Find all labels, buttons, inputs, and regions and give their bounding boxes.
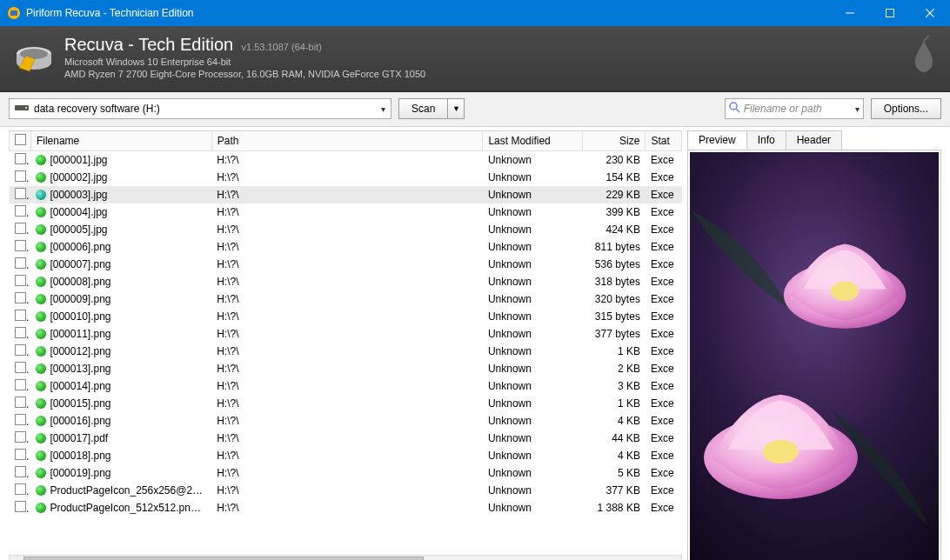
file-path: H:\?\ — [211, 290, 483, 308]
table-row[interactable]: [000012].pngH:\?\Unknown1 KBExce — [10, 343, 682, 360]
file-size: 230 KB — [582, 150, 646, 169]
file-name: [000002].jpg — [50, 171, 107, 183]
table-row[interactable]: [000001].jpgH:\?\Unknown230 KBExce — [10, 150, 682, 169]
file-modified: Unknown — [483, 360, 582, 377]
file-modified: Unknown — [483, 482, 582, 499]
file-state: Exce — [646, 395, 682, 412]
table-row[interactable]: [000006].pngH:\?\Unknown811 bytesExce — [10, 238, 682, 256]
file-modified: Unknown — [483, 377, 582, 395]
file-name: [000018].png — [50, 450, 110, 462]
status-dot-icon — [36, 450, 46, 461]
horizontal-scrollbar[interactable]: ◂ ▸ — [9, 555, 682, 560]
file-name: [000009].png — [50, 293, 110, 305]
row-checkbox[interactable] — [15, 501, 26, 512]
svg-rect-12 — [690, 152, 939, 560]
search-input[interactable]: Filename or path ▾ — [725, 98, 864, 119]
table-row[interactable]: [000003].jpgH:\?\Unknown229 KBExce — [10, 186, 682, 203]
table-row[interactable]: [000014].pngH:\?\Unknown3 KBExce — [10, 377, 682, 395]
column-state[interactable]: Stat — [646, 130, 682, 150]
status-dot-icon — [36, 207, 46, 217]
column-filename[interactable]: Filename — [30, 130, 211, 150]
row-checkbox[interactable] — [15, 205, 26, 217]
row-checkbox[interactable] — [15, 310, 26, 321]
scroll-thumb[interactable] — [23, 557, 424, 560]
options-button[interactable]: Options... — [871, 98, 941, 119]
minimize-button[interactable] — [830, 0, 870, 26]
table-row[interactable]: ProductPageIcon_512x512.png.tifH:\?\Unkn… — [10, 499, 682, 517]
file-table: Filename Path Last Modified Size Stat [0… — [9, 130, 682, 517]
table-row[interactable]: [000015].pngH:\?\Unknown1 KBExce — [10, 395, 682, 412]
column-path[interactable]: Path — [211, 130, 483, 150]
row-checkbox[interactable] — [15, 240, 26, 251]
window-title: Piriform Recuva - Technician Edition — [26, 7, 830, 19]
file-name: [000010].png — [50, 310, 110, 323]
drive-select[interactable]: data recovery software (H:) ▾ — [9, 98, 391, 119]
status-dot-icon — [36, 416, 46, 426]
table-row[interactable]: [000013].pngH:\?\Unknown2 KBExce — [10, 360, 682, 377]
row-checkbox[interactable] — [15, 414, 26, 425]
table-row[interactable]: [000005].jpgH:\?\Unknown424 KBExce — [10, 221, 682, 238]
row-checkbox[interactable] — [15, 431, 26, 443]
column-size[interactable]: Size — [582, 130, 646, 150]
maximize-button[interactable] — [870, 0, 910, 26]
row-checkbox[interactable] — [15, 292, 26, 303]
scroll-right-arrow[interactable]: ▸ — [667, 557, 681, 560]
row-checkbox[interactable] — [15, 362, 26, 373]
table-row[interactable]: [000010].pngH:\?\Unknown315 bytesExce — [10, 308, 682, 325]
table-row[interactable]: [000011].pngH:\?\Unknown377 bytesExce — [10, 325, 682, 343]
file-name: [000004].jpg — [50, 206, 107, 218]
table-row[interactable]: [000019].pngH:\?\Unknown5 KBExce — [10, 464, 682, 482]
table-row[interactable]: [000009].pngH:\?\Unknown320 bytesExce — [10, 290, 682, 308]
row-checkbox[interactable] — [15, 449, 26, 460]
status-dot-icon — [36, 294, 46, 304]
close-button[interactable] — [910, 0, 950, 26]
file-name: [000014].png — [50, 380, 110, 392]
row-checkbox[interactable] — [15, 153, 26, 164]
app-header: Recuva - Tech Edition v1.53.1087 (64-bit… — [0, 26, 950, 92]
file-size: 399 KB — [582, 203, 646, 221]
row-checkbox[interactable] — [15, 327, 26, 338]
row-checkbox[interactable] — [15, 170, 26, 182]
file-modified: Unknown — [483, 464, 582, 482]
row-checkbox[interactable] — [15, 466, 26, 477]
row-checkbox[interactable] — [15, 223, 26, 234]
row-checkbox[interactable] — [15, 188, 26, 199]
file-path: H:\?\ — [211, 203, 483, 221]
row-checkbox[interactable] — [15, 257, 26, 269]
scan-button[interactable]: Scan — [399, 99, 448, 118]
svg-line-11 — [736, 109, 739, 112]
file-size: 536 bytes — [582, 256, 646, 273]
table-row[interactable]: [000017].pdfH:\?\Unknown44 KBExce — [10, 430, 682, 447]
file-state: Exce — [646, 256, 682, 273]
status-dot-icon — [36, 259, 46, 270]
header-checkbox[interactable] — [10, 130, 31, 150]
row-checkbox[interactable] — [15, 483, 26, 495]
file-state: Exce — [646, 412, 682, 430]
row-checkbox[interactable] — [15, 275, 26, 286]
file-state: Exce — [646, 499, 682, 517]
file-modified: Unknown — [483, 447, 582, 464]
table-row[interactable]: [000008].pngH:\?\Unknown318 bytesExce — [10, 273, 682, 290]
file-size: 1 388 KB — [582, 499, 646, 517]
tab-preview[interactable]: Preview — [687, 130, 747, 150]
table-row[interactable]: [000016].pngH:\?\Unknown4 KBExce — [10, 412, 682, 430]
preview-panel: Preview Info Header — [687, 130, 941, 560]
file-name: [000003].jpg — [50, 189, 107, 201]
row-checkbox[interactable] — [15, 397, 26, 408]
status-dot-icon — [36, 398, 46, 409]
scroll-left-arrow[interactable]: ◂ — [10, 557, 23, 560]
tab-header[interactable]: Header — [786, 130, 842, 150]
tab-info[interactable]: Info — [746, 130, 786, 150]
row-checkbox[interactable] — [15, 344, 26, 356]
table-row[interactable]: [000002].jpgH:\?\Unknown154 KBExce — [10, 169, 682, 186]
table-row[interactable]: ProductPageIcon_256x256@2x....H:\?\Unkno… — [10, 482, 682, 499]
search-icon — [729, 102, 740, 116]
table-row[interactable]: [000004].jpgH:\?\Unknown399 KBExce — [10, 203, 682, 221]
scan-dropdown-button[interactable]: ▼ — [448, 99, 464, 118]
column-modified[interactable]: Last Modified — [483, 130, 582, 150]
file-modified: Unknown — [483, 273, 582, 290]
row-checkbox[interactable] — [15, 379, 26, 390]
table-row[interactable]: [000007].pngH:\?\Unknown536 bytesExce — [10, 256, 682, 273]
status-dot-icon — [36, 485, 46, 496]
table-row[interactable]: [000018].pngH:\?\Unknown4 KBExce — [10, 447, 682, 464]
